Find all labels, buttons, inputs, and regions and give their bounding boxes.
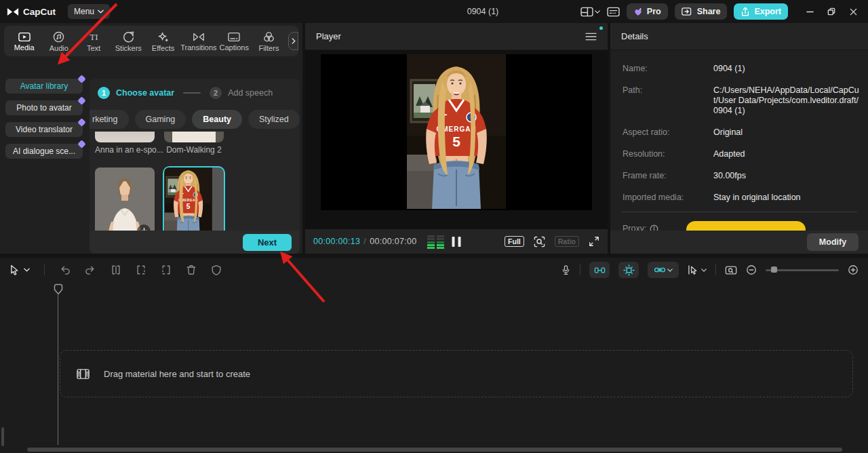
detail-row-path: Path: C:/Users/NEHA/AppData/Local/CapCut… — [623, 85, 860, 116]
restore-button[interactable] — [822, 3, 841, 20]
filters-icon — [263, 31, 275, 43]
close-button[interactable] — [844, 3, 863, 20]
titlebar: CapCut Menu 0904 (1) Pro Share — [0, 0, 868, 23]
playhead-handle[interactable] — [54, 283, 63, 295]
record-voiceover-icon[interactable] — [561, 264, 571, 276]
tab-stickers[interactable]: Stickers — [111, 31, 146, 52]
text-icon: TI — [88, 31, 100, 43]
tabs-expand-button[interactable] — [288, 32, 298, 50]
tab-transitions[interactable]: Transitions — [180, 32, 216, 52]
tab-stickers-label: Stickers — [115, 44, 142, 52]
layout-toggle-button[interactable] — [580, 7, 600, 17]
share-label: Share — [697, 7, 721, 16]
modify-button[interactable]: Modify — [807, 233, 859, 251]
vertical-scrollbar[interactable] — [1, 427, 4, 446]
detail-value: 0904 (1) — [713, 64, 860, 74]
tab-audio[interactable]: Audio — [41, 31, 76, 52]
fullscreen-button[interactable] — [589, 236, 599, 247]
delete-trash-icon[interactable] — [186, 264, 197, 275]
preview-quality-button[interactable] — [534, 236, 545, 248]
effects-icon — [157, 31, 169, 43]
tab-media-label: Media — [14, 43, 35, 52]
timeline-zoom-slider[interactable] — [766, 267, 839, 273]
sidebar-item-label: Avatar library — [20, 81, 68, 91]
chevron-down-icon — [667, 269, 673, 272]
detail-row-name: Name: 0904 (1) — [623, 64, 860, 74]
audio-level-meter — [427, 235, 444, 249]
player-menu-button[interactable] — [585, 33, 597, 41]
detail-row-aspect-ratio: Aspect ratio: Original — [623, 127, 860, 138]
ai-tools-sidebar: Avatar library Photo to avatar Video tra… — [0, 79, 90, 165]
detail-value: 30.00fps — [713, 171, 860, 181]
chevron-down-icon — [595, 10, 600, 14]
details-panel: Details Name: 0904 (1) Path: C:/Users/NE… — [610, 23, 868, 254]
chip-beauty[interactable]: Beauty — [192, 110, 242, 129]
undo-icon[interactable] — [59, 264, 71, 275]
playhead-line[interactable] — [58, 294, 58, 445]
export-button[interactable]: Export — [734, 3, 788, 20]
auto-snap-toggle[interactable] — [618, 262, 639, 278]
capcut-window: OMERGAN 5 CapCut Menu 0904 (1) — [0, 0, 868, 453]
notes-button[interactable] — [607, 7, 620, 17]
sidebar-item-avatar-library[interactable]: Avatar library — [5, 79, 83, 94]
tab-filters[interactable]: Filters — [252, 31, 286, 52]
avatar-library-content: 1 Choose avatar 2 Add speech rketing Gam… — [90, 79, 300, 254]
tab-media[interactable]: Media — [7, 32, 41, 52]
detail-row-imported-media: Imported media: Stay in original locatio… — [623, 193, 860, 203]
tab-captions[interactable]: Captions — [217, 32, 252, 52]
premium-badge-icon — [77, 75, 86, 83]
avatar-card-partial[interactable]: Dom-Walking 2 — [164, 132, 224, 155]
player-title: Player — [316, 31, 341, 41]
sidebar-item-photo-to-avatar[interactable]: Photo to avatar — [5, 100, 83, 115]
pause-button[interactable] — [452, 237, 461, 247]
zoom-out-icon[interactable] — [746, 264, 757, 275]
timeline-toolbar — [0, 258, 868, 282]
menu-button[interactable]: Menu — [68, 4, 110, 19]
zoom-in-icon[interactable] — [848, 264, 859, 275]
minimize-button[interactable] — [800, 3, 819, 20]
app-name: CapCut — [23, 7, 56, 17]
duration-timecode: 00:00:07:00 — [370, 237, 416, 246]
detail-value: Adapted — [713, 149, 860, 159]
chip-marketing[interactable]: rketing — [90, 110, 129, 129]
select-tool-button[interactable] — [9, 264, 30, 275]
redo-icon[interactable] — [85, 264, 96, 275]
step-2-label: Add speech — [228, 88, 273, 98]
share-button[interactable]: Share — [675, 3, 728, 20]
ratio-button[interactable]: Ratio — [555, 236, 579, 247]
capcut-logo-icon — [7, 7, 19, 16]
next-button[interactable]: Next — [243, 234, 292, 251]
chip-gaming[interactable]: Gaming — [135, 110, 186, 129]
delete-left-icon[interactable] — [136, 264, 146, 275]
player-header: Player — [305, 23, 608, 50]
track-select-mode-button[interactable] — [688, 264, 707, 275]
meter-right — [437, 235, 444, 249]
slider-handle[interactable] — [771, 267, 777, 273]
delete-right-icon[interactable] — [161, 264, 172, 275]
avatar-card-partial[interactable]: Anna in an e-spo... — [95, 132, 155, 155]
tab-effects[interactable]: Effects — [146, 31, 180, 52]
detail-value: Stay in original location — [713, 193, 860, 203]
svg-text:TI: TI — [90, 32, 98, 42]
sidebar-item-ai-dialogue-scene[interactable]: AI dialogue sce... — [5, 144, 83, 159]
video-frame-avatar — [407, 54, 506, 209]
sidebar-item-video-translator[interactable]: Video translator — [5, 122, 83, 137]
tab-text[interactable]: TI Text — [76, 31, 111, 52]
details-body: Name: 0904 (1) Path: C:/Users/NEHA/AppDa… — [610, 50, 868, 203]
timeline-dropzone[interactable]: Drag material here and start to create — [60, 350, 853, 397]
split-icon[interactable] — [111, 264, 121, 275]
detail-label: Imported media: — [623, 193, 713, 203]
current-timecode: 00:00:00:13 — [313, 237, 360, 246]
preview-axis-icon[interactable] — [725, 265, 737, 275]
mask-icon[interactable] — [211, 264, 222, 276]
step-2-indicator: 2 — [210, 87, 222, 99]
chip-stylized[interactable]: Stylized — [248, 110, 300, 129]
linkage-toggle[interactable] — [648, 262, 679, 278]
magnetic-snap-toggle[interactable] — [589, 262, 610, 278]
media-tabs-bar: Media Audio TI Text Stickers Effects Tra… — [4, 26, 298, 56]
pro-button[interactable]: Pro — [627, 3, 668, 20]
avatar-thumb-partial — [164, 132, 224, 142]
full-button[interactable]: Full — [505, 236, 524, 247]
horizontal-scrollbar[interactable] — [27, 448, 842, 452]
notification-dot — [599, 26, 603, 30]
